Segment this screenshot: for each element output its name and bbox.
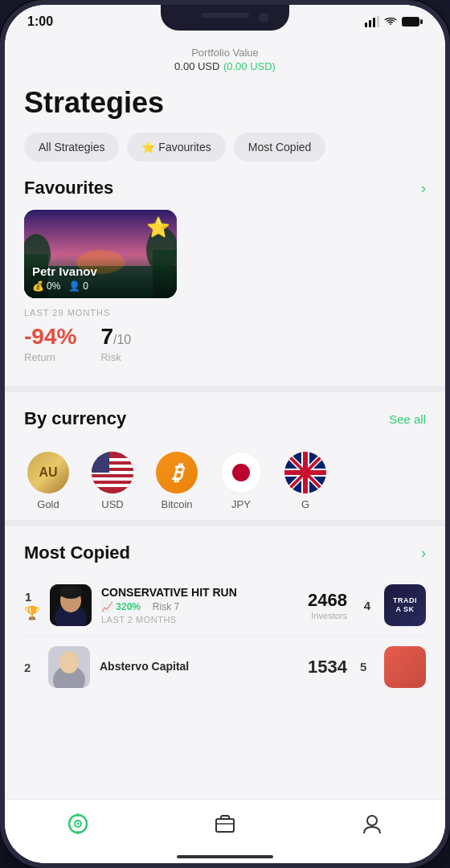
rank-suffix-container-2: 5 xyxy=(360,660,374,674)
gbp-icon xyxy=(284,452,326,493)
section-divider-2 xyxy=(5,520,445,526)
svg-point-36 xyxy=(59,651,79,674)
return-label: Return xyxy=(24,351,76,363)
svg-rect-1 xyxy=(369,20,371,27)
most-copied-see-all[interactable]: › xyxy=(421,545,426,562)
tab-most-copied[interactable]: Most Copied xyxy=(234,133,326,162)
battery-icon xyxy=(402,16,423,27)
bitcoin-icon: ₿ xyxy=(156,452,198,493)
bitcoin-symbol: ₿ xyxy=(172,461,182,485)
perf-period: LAST 29 MONTHS xyxy=(24,308,426,317)
most-copied-title: Most Copied xyxy=(24,542,130,563)
card-trader-name: Petr Ivanov xyxy=(32,264,169,278)
portfolio-label: Portfolio Value xyxy=(21,47,429,59)
signal-icon xyxy=(365,16,379,27)
copied-avatar-2 xyxy=(48,646,90,688)
nav-portfolio[interactable] xyxy=(201,806,249,841)
svg-rect-3 xyxy=(377,16,379,27)
currency-bitcoin[interactable]: ₿ Bitcoin xyxy=(153,452,201,510)
bitcoin-label: Bitcoin xyxy=(161,498,192,510)
svg-rect-0 xyxy=(365,23,367,27)
award-icon-1: 🏆 xyxy=(24,605,40,620)
svg-rect-5 xyxy=(420,19,423,24)
investor-count-2: 1534 xyxy=(308,657,347,678)
filter-tabs: All Strategies ⭐ Favourites Most Copied xyxy=(5,133,445,178)
currency-gold[interactable]: AU Gold xyxy=(24,452,72,510)
svg-rect-2 xyxy=(373,18,375,27)
copied-row-1[interactable]: 1 🏆 xyxy=(24,575,426,637)
currency-see-all[interactable]: See all xyxy=(389,412,426,426)
uk-flag-svg xyxy=(284,452,326,493)
favourites-see-all[interactable]: › xyxy=(421,180,426,197)
portfolio-header: Portfolio Value 0.00 USD (0.00 USD) xyxy=(5,40,445,83)
bottom-spacing xyxy=(5,698,445,723)
tab-all-strategies[interactable]: All Strategies xyxy=(24,133,119,162)
jp-circle xyxy=(232,464,250,481)
rank-suffix-2: 5 xyxy=(360,660,366,674)
copied-avatar-1 xyxy=(50,584,92,626)
investors-2: 1534 xyxy=(308,657,347,678)
risk-stat: 7/10 Risk xyxy=(100,324,131,363)
favourite-performance: LAST 29 MONTHS -94% Return 7/10 Risk xyxy=(24,298,426,366)
phone-screen: 1:00 xyxy=(5,5,445,863)
svg-point-39 xyxy=(77,822,80,825)
copied-period-1: LAST 2 MONTHS xyxy=(101,615,298,624)
nav-scan[interactable] xyxy=(54,806,102,841)
investors-1: 2468 Investors xyxy=(308,590,347,620)
portfolio-value-row: 0.00 USD (0.00 USD) xyxy=(21,59,429,73)
risk-value: 7/10 xyxy=(100,324,131,350)
currency-scroll: AU Gold xyxy=(5,452,445,517)
scroll-content: Portfolio Value 0.00 USD (0.00 USD) Stra… xyxy=(5,34,445,836)
risk-label: Risk xyxy=(100,351,131,363)
risk-number: 7 xyxy=(100,324,113,349)
svg-rect-17 xyxy=(92,477,133,481)
speaker xyxy=(201,13,249,18)
favourites-title: Favourites xyxy=(24,178,113,199)
usd-label: USD xyxy=(101,498,123,510)
card-followers-stat: 👤 0 xyxy=(68,280,88,292)
rank-2: 2 xyxy=(24,661,39,674)
dollar-icon: 💰 xyxy=(32,280,44,292)
most-copied-chevron: › xyxy=(421,545,426,562)
jpy-icon xyxy=(220,452,262,493)
scan-icon xyxy=(67,813,89,835)
copied-row-2[interactable]: 2 Abstervo Capital 1534 xyxy=(24,637,426,698)
status-icons xyxy=(365,16,423,27)
svg-rect-42 xyxy=(216,819,234,832)
favourites-chevron: › xyxy=(421,180,426,197)
risk-text-1: Risk 7 xyxy=(153,601,179,612)
card-return: 0% xyxy=(47,280,60,292)
us-flag-svg xyxy=(92,452,133,493)
currency-gbp[interactable]: G xyxy=(281,452,329,510)
nav-profile[interactable] xyxy=(348,806,396,841)
card-followers: 0 xyxy=(83,280,88,292)
copied-return-1: 📈 320% xyxy=(101,601,141,612)
risk-sub: /10 xyxy=(113,333,131,346)
strategy-thumb-1: TRADIA SK xyxy=(384,584,426,626)
rank-container-1: 1 🏆 xyxy=(24,590,40,620)
return-value: -94% xyxy=(24,324,76,350)
copied-info-2: Abstervo Capital xyxy=(100,660,298,675)
svg-rect-18 xyxy=(92,484,133,487)
notch xyxy=(161,5,289,31)
wifi-icon xyxy=(384,17,397,27)
svg-point-44 xyxy=(367,816,377,825)
card-stats: 💰 0% 👤 0 xyxy=(32,280,169,292)
currency-title: By currency xyxy=(24,408,126,429)
strategy-thumb-2 xyxy=(384,646,426,688)
currency-jpy[interactable]: JPY xyxy=(217,452,265,510)
most-copied-header: Most Copied › xyxy=(24,542,426,563)
return-stat: -94% Return xyxy=(24,324,76,363)
gbp-label: G xyxy=(301,498,309,510)
phone-frame: 1:00 xyxy=(0,0,450,868)
favourite-star-icon: ⭐ xyxy=(146,216,170,239)
favourite-card-petr[interactable]: ⭐ Petr Ivanov 💰 0% 👤 0 xyxy=(24,210,177,298)
profile-icon xyxy=(361,813,383,835)
tab-favourites[interactable]: ⭐ Favourites xyxy=(127,133,225,162)
currency-usd[interactable]: USD xyxy=(88,452,137,510)
copied-sub-1: 📈 320% · Risk 7 xyxy=(101,601,298,612)
rank-container-2: 2 xyxy=(24,661,39,674)
copied-info-1: CONSERVATIVE HIT RUN 📈 320% · Risk 7 LAS… xyxy=(101,586,298,624)
dot-1: · xyxy=(145,603,148,612)
rank-suffix-1: 4 xyxy=(364,599,370,612)
